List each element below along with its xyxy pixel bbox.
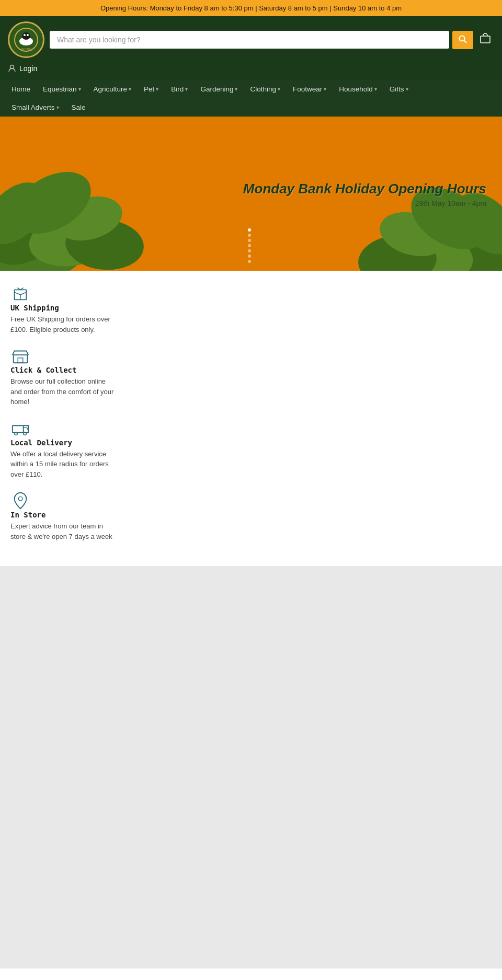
nav-row-2: Small Adverts ▾ Sale — [5, 98, 497, 117]
chevron-down-icon: ▾ — [185, 86, 188, 92]
login-row: Login — [8, 62, 494, 76]
nav-sale[interactable]: Sale — [65, 98, 92, 117]
hero-leaves-left — [0, 135, 178, 271]
nav-household[interactable]: Household ▾ — [333, 80, 383, 98]
nav-footwear[interactable]: Footwear ▾ — [287, 80, 333, 98]
search-input[interactable] — [50, 31, 449, 49]
chevron-down-icon: ▾ — [374, 86, 377, 92]
local-delivery-title: Local Delivery — [10, 439, 492, 447]
carousel-dot-5[interactable] — [248, 249, 251, 252]
header-top: WETLAND — [8, 21, 494, 58]
svg-point-32 — [18, 497, 22, 501]
nav-agriculture[interactable]: Agriculture ▾ — [87, 80, 138, 98]
chevron-down-icon: ▾ — [78, 86, 81, 92]
chevron-down-icon: ▾ — [406, 86, 408, 92]
top-banner: Opening Hours: Monday to Friday 8 am to … — [0, 0, 502, 16]
hero-title: Monday Bank Holiday Opening Hours — [243, 180, 486, 197]
svg-rect-27 — [18, 358, 23, 363]
svg-point-2 — [22, 32, 30, 40]
uk-shipping-title: UK Shipping — [10, 304, 492, 312]
navigation: Home Equestrian ▾ Agriculture ▾ Pet ▾ Bi… — [0, 80, 502, 117]
header: WETLAND Lo — [0, 16, 502, 80]
carousel-dot-6[interactable] — [248, 255, 251, 258]
chevron-down-icon: ▾ — [278, 86, 280, 92]
search-icon — [459, 35, 467, 43]
nav-home[interactable]: Home — [5, 80, 37, 98]
truck-icon — [10, 419, 30, 439]
hero-banner: Monday Bank Holiday Opening Hours 29th M… — [0, 117, 502, 271]
banner-text: Opening Hours: Monday to Friday 8 am to … — [100, 4, 402, 12]
svg-rect-29 — [13, 425, 24, 432]
hero-subtitle: 29th May 10am - 4pm — [243, 199, 486, 207]
svg-line-7 — [464, 40, 467, 43]
local-delivery-desc: We offer a local delivery service within… — [10, 449, 115, 480]
uk-shipping-desc: Free UK Shipping for orders over £100. E… — [10, 314, 115, 335]
features-section: UK Shipping Free UK Shipping for orders … — [0, 271, 502, 566]
logo[interactable]: WETLAND — [8, 21, 44, 58]
content-placeholder-section — [0, 566, 502, 969]
svg-point-6 — [460, 36, 465, 41]
hero-carousel-dots — [248, 228, 251, 263]
nav-equestrian[interactable]: Equestrian ▾ — [37, 80, 87, 98]
carousel-dot-3[interactable] — [248, 239, 251, 242]
svg-rect-8 — [481, 36, 490, 43]
hero-text-block: Monday Bank Holiday Opening Hours 29th M… — [243, 180, 486, 207]
carousel-dot-7[interactable] — [248, 260, 251, 263]
search-bar-row — [50, 30, 494, 50]
cart-button[interactable] — [476, 30, 494, 50]
svg-text:WETLAND: WETLAND — [21, 48, 31, 50]
hero-leaves-right — [335, 156, 502, 271]
in-store-desc: Expert advice from our team in store & w… — [10, 521, 115, 541]
search-button[interactable] — [452, 31, 473, 49]
feature-in-store: In Store Expert advice from our team in … — [10, 491, 492, 541]
chevron-down-icon: ▾ — [56, 105, 59, 110]
click-collect-title: Click & Collect — [10, 366, 492, 374]
feature-uk-shipping: UK Shipping Free UK Shipping for orders … — [10, 284, 492, 335]
cart-icon — [479, 33, 492, 45]
nav-gifts[interactable]: Gifts ▾ — [383, 80, 415, 98]
store-icon — [10, 346, 30, 366]
login-link[interactable]: Login — [19, 64, 37, 73]
carousel-dot-4[interactable] — [248, 244, 251, 247]
box-icon — [10, 284, 30, 304]
in-store-title: In Store — [10, 511, 492, 519]
click-collect-desc: Browse our full collection online and or… — [10, 376, 115, 407]
nav-small-adverts[interactable]: Small Adverts ▾ — [5, 98, 65, 117]
chevron-down-icon: ▾ — [324, 86, 326, 92]
nav-bird[interactable]: Bird ▾ — [165, 80, 194, 98]
user-icon — [8, 64, 16, 73]
nav-row-1: Home Equestrian ▾ Agriculture ▾ Pet ▾ Bi… — [5, 80, 497, 98]
chevron-down-icon: ▾ — [156, 86, 158, 92]
pin-icon — [10, 491, 30, 511]
nav-clothing[interactable]: Clothing ▾ — [244, 80, 287, 98]
svg-rect-26 — [14, 355, 28, 363]
carousel-dot-2[interactable] — [248, 234, 251, 237]
nav-gardening[interactable]: Gardening ▾ — [194, 80, 244, 98]
feature-click-collect: Click & Collect Browse our full collecti… — [10, 346, 492, 407]
chevron-down-icon: ▾ — [235, 86, 237, 92]
svg-point-3 — [24, 34, 26, 36]
logo-icon: WETLAND — [13, 27, 39, 53]
feature-local-delivery: Local Delivery We offer a local delivery… — [10, 419, 492, 480]
svg-point-4 — [27, 34, 29, 36]
nav-pet[interactable]: Pet ▾ — [138, 80, 165, 98]
chevron-down-icon: ▾ — [129, 86, 131, 92]
carousel-dot-1[interactable] — [248, 228, 251, 232]
